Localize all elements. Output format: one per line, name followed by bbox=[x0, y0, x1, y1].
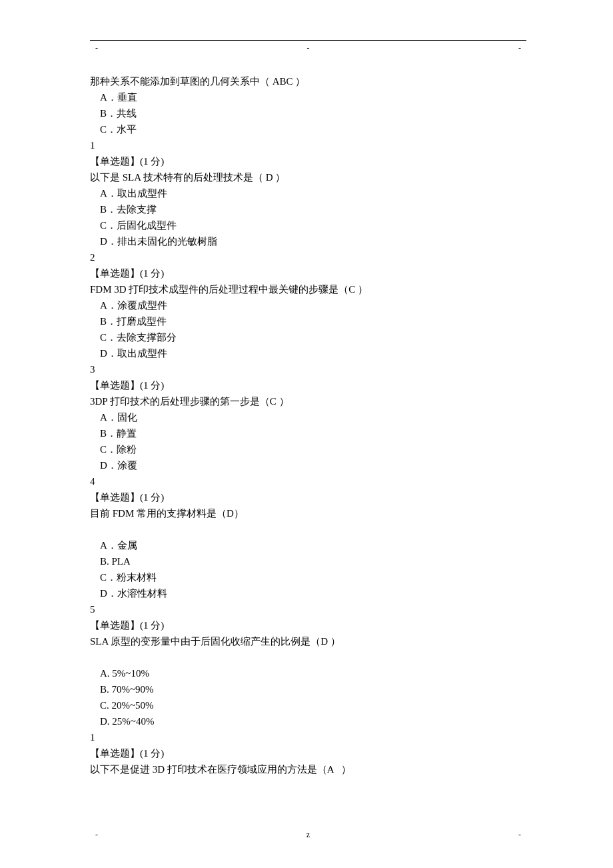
header-mark-left: - bbox=[95, 42, 98, 55]
q1-option-c: C．后固化成型件 bbox=[90, 217, 526, 233]
q2-type: 【单选题】(1 分) bbox=[90, 265, 526, 281]
document-body: 那种关系不能添加到草图的几何关系中（ ABC ） A．垂直 B．共线 C．水平 … bbox=[90, 73, 526, 777]
footer-mark-right: - bbox=[518, 829, 521, 841]
q3-stem: 3DP 打印技术的后处理步骤的第一步是（C ） bbox=[90, 393, 526, 409]
q3-number: 3 bbox=[90, 361, 526, 377]
q1-option-b: B．去除支撑 bbox=[90, 201, 526, 217]
q1-option-d: D．排出未固化的光敏树脂 bbox=[90, 233, 526, 249]
q2-option-d: D．取出成型件 bbox=[90, 345, 526, 361]
q3-option-a: A．固化 bbox=[90, 409, 526, 425]
header-rule bbox=[90, 40, 526, 41]
q5-option-a: A. 5%~10% bbox=[90, 665, 526, 681]
page: - - - 那种关系不能添加到草图的几何关系中（ ABC ） A．垂直 B．共线… bbox=[0, 0, 613, 868]
q5-type: 【单选题】(1 分) bbox=[90, 617, 526, 633]
q5-option-c: C. 20%~50% bbox=[90, 697, 526, 713]
q1-type: 【单选题】(1 分) bbox=[90, 153, 526, 169]
q5-option-b: B. 70%~90% bbox=[90, 681, 526, 697]
prev-question-stem: 那种关系不能添加到草图的几何关系中（ ABC ） bbox=[90, 73, 526, 89]
q2-option-a: A．涂覆成型件 bbox=[90, 297, 526, 313]
q3-type: 【单选题】(1 分) bbox=[90, 377, 526, 393]
q3-option-c: C．除粉 bbox=[90, 441, 526, 457]
q3-option-b: B．静置 bbox=[90, 425, 526, 441]
spacer bbox=[90, 521, 526, 537]
q4-option-a: A．金属 bbox=[90, 537, 526, 553]
q4-option-c: C．粉末材料 bbox=[90, 569, 526, 585]
footer-mark-left: - bbox=[95, 829, 98, 841]
q4-type: 【单选题】(1 分) bbox=[90, 489, 526, 505]
q2-stem: FDM 3D 打印技术成型件的后处理过程中最关键的步骤是（C ） bbox=[90, 281, 526, 297]
q2-option-c: C．去除支撑部分 bbox=[90, 329, 526, 345]
header-marks: - - - bbox=[90, 42, 526, 55]
footer-marks: - z - bbox=[90, 829, 526, 841]
q5-number: 5 bbox=[90, 601, 526, 617]
q5-stem: SLA 原型的变形量中由于后固化收缩产生的比例是（D ） bbox=[90, 633, 526, 649]
footer-mark-center: z bbox=[306, 829, 310, 841]
spacer bbox=[90, 649, 526, 665]
q4-number: 4 bbox=[90, 473, 526, 489]
q1-option-a: A．取出成型件 bbox=[90, 185, 526, 201]
q6-stem: 以下不是促进 3D 打印技术在医疗领域应用的方法是（A ） bbox=[90, 761, 526, 777]
header-mark-right: - bbox=[518, 42, 521, 55]
q1-number: 1 bbox=[90, 137, 526, 153]
prev-option-c: C．水平 bbox=[90, 121, 526, 137]
q6-number: 1 bbox=[90, 729, 526, 745]
q1-stem: 以下是 SLA 技术特有的后处理技术是（ D ） bbox=[90, 169, 526, 185]
q2-number: 2 bbox=[90, 249, 526, 265]
q2-option-b: B．打磨成型件 bbox=[90, 313, 526, 329]
q5-option-d: D. 25%~40% bbox=[90, 713, 526, 729]
prev-option-a: A．垂直 bbox=[90, 89, 526, 105]
q4-option-b: B. PLA bbox=[90, 553, 526, 569]
prev-option-b: B．共线 bbox=[90, 105, 526, 121]
q6-type: 【单选题】(1 分) bbox=[90, 745, 526, 761]
header-mark-center: - bbox=[307, 42, 310, 55]
q4-stem: 目前 FDM 常用的支撑材料是（D） bbox=[90, 505, 526, 521]
q3-option-d: D．涂覆 bbox=[90, 457, 526, 473]
q4-option-d: D．水溶性材料 bbox=[90, 585, 526, 601]
